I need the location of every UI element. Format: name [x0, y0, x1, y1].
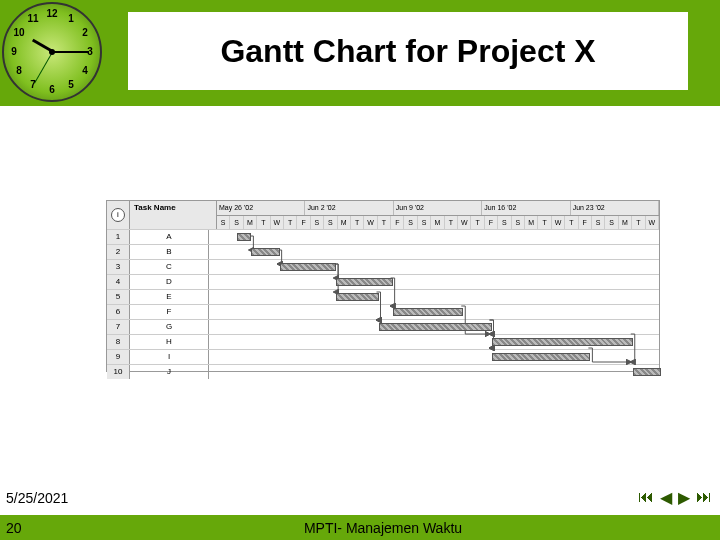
info-icon: i [111, 208, 125, 222]
footer-date: 5/25/2021 [6, 490, 68, 506]
slide-number: 20 [0, 520, 46, 536]
gantt-bar [633, 368, 661, 376]
day-header: W [552, 216, 565, 230]
day-header: S [324, 216, 337, 230]
row-id: 10 [107, 365, 130, 379]
day-header: F [391, 216, 404, 230]
week-header: Jun 9 '02 [394, 201, 482, 215]
row-taskname: C [130, 260, 209, 274]
row-id: 9 [107, 350, 130, 364]
gantt-time-header: May 26 '02Jun 2 '02Jun 9 '02Jun 16 '02Ju… [217, 201, 659, 229]
row-taskname: D [130, 275, 209, 289]
day-header: S [311, 216, 324, 230]
day-header: S [592, 216, 605, 230]
slide-header: 121234567891011 Gantt Chart for Project … [0, 0, 720, 106]
day-header: S [230, 216, 243, 230]
gantt-info-col: i [107, 201, 130, 229]
day-header: T [632, 216, 645, 230]
day-header: S [404, 216, 417, 230]
gantt-bar [237, 233, 251, 241]
course-name: MPTI- Manajemen Waktu [46, 520, 720, 536]
page-title: Gantt Chart for Project X [220, 33, 595, 70]
gantt-header: i Task Name May 26 '02Jun 2 '02Jun 9 '02… [107, 201, 659, 229]
day-header: T [378, 216, 391, 230]
day-header: S [605, 216, 618, 230]
day-header: T [445, 216, 458, 230]
row-id: 5 [107, 290, 130, 304]
title-box: Gantt Chart for Project X [128, 12, 688, 90]
row-taskname: I [130, 350, 209, 364]
nav-next-icon[interactable]: ▶ [678, 488, 690, 507]
gantt-bar [336, 278, 393, 286]
row-taskname: J [130, 365, 209, 379]
day-header: M [525, 216, 538, 230]
table-row: 1A [107, 229, 659, 244]
day-header: F [485, 216, 498, 230]
table-row: 3C [107, 259, 659, 274]
row-id: 3 [107, 260, 130, 274]
row-taskname: B [130, 245, 209, 259]
row-id: 4 [107, 275, 130, 289]
week-header: Jun 2 '02 [305, 201, 393, 215]
day-header: T [565, 216, 578, 230]
row-taskname: A [130, 230, 209, 244]
row-taskname: H [130, 335, 209, 349]
day-header: W [458, 216, 471, 230]
day-header: T [538, 216, 551, 230]
day-header: F [297, 216, 310, 230]
day-header: M [431, 216, 444, 230]
gantt-bar [280, 263, 337, 271]
gantt-taskname-header: Task Name [130, 201, 217, 229]
gantt-bar [251, 248, 279, 256]
day-header: M [244, 216, 257, 230]
gantt-body: 1A2B3C4D5E6F7G8H9I10J [107, 229, 659, 379]
day-header: F [579, 216, 592, 230]
footer-bar: 20 MPTI- Manajemen Waktu [0, 515, 720, 540]
gantt-bar [336, 293, 378, 301]
table-row: 7G [107, 319, 659, 334]
table-row: 8H [107, 334, 659, 349]
day-header: S [217, 216, 230, 230]
day-header: S [418, 216, 431, 230]
gantt-bar [492, 353, 591, 361]
row-id: 1 [107, 230, 130, 244]
table-row: 4D [107, 274, 659, 289]
row-taskname: E [130, 290, 209, 304]
nav-controls: ⏮ ◀ ▶ ⏭ [638, 488, 712, 507]
day-header: M [338, 216, 351, 230]
day-header: M [619, 216, 632, 230]
day-header: W [646, 216, 659, 230]
day-header: S [498, 216, 511, 230]
table-row: 10J [107, 364, 659, 379]
table-row: 6F [107, 304, 659, 319]
row-taskname: G [130, 320, 209, 334]
gantt-bar [393, 308, 464, 316]
day-header: T [284, 216, 297, 230]
clock-icon: 121234567891011 [2, 2, 102, 102]
gantt-bar [492, 338, 633, 346]
nav-last-icon[interactable]: ⏭ [696, 488, 712, 507]
table-row: 2B [107, 244, 659, 259]
day-header: S [512, 216, 525, 230]
table-row: 9I [107, 349, 659, 364]
row-taskname: F [130, 305, 209, 319]
row-id: 6 [107, 305, 130, 319]
nav-first-icon[interactable]: ⏮ [638, 488, 654, 507]
gantt-chart: i Task Name May 26 '02Jun 2 '02Jun 9 '02… [106, 200, 660, 372]
row-id: 7 [107, 320, 130, 334]
day-header: T [257, 216, 270, 230]
nav-prev-icon[interactable]: ◀ [660, 488, 672, 507]
day-header: W [364, 216, 377, 230]
day-header: W [271, 216, 284, 230]
gantt-bar [379, 323, 492, 331]
day-header: T [471, 216, 484, 230]
row-id: 2 [107, 245, 130, 259]
row-id: 8 [107, 335, 130, 349]
week-header: May 26 '02 [217, 201, 305, 215]
day-header: T [351, 216, 364, 230]
week-header: Jun 16 '02 [482, 201, 570, 215]
table-row: 5E [107, 289, 659, 304]
week-header: Jun 23 '02 [571, 201, 659, 215]
